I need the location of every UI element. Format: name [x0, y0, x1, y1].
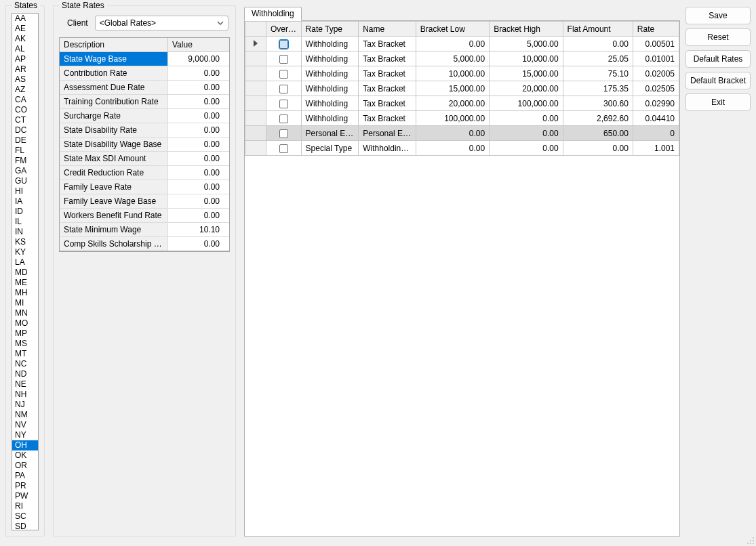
rates-cell-value[interactable]: 0.00	[168, 109, 224, 123]
withholding-row-header[interactable]	[245, 51, 266, 66]
withholding-row[interactable]: Special TypeWithholding ...0.000.000.001…	[245, 141, 679, 156]
withholding-cell-flat-amount[interactable]: 0.00	[563, 141, 633, 156]
state-item[interactable]: MD	[12, 268, 38, 278]
state-item[interactable]: FL	[12, 146, 38, 156]
state-item[interactable]: NV	[12, 420, 38, 430]
withholding-row[interactable]: WithholdingTax Bracket10,000.0015,000.00…	[245, 66, 679, 81]
state-item[interactable]: LA	[12, 257, 38, 268]
withholding-row[interactable]: WithholdingTax Bracket15,000.0020,000.00…	[245, 81, 679, 96]
state-item[interactable]: CO	[12, 105, 38, 115]
rates-cell-value[interactable]: 9,000.00	[168, 52, 224, 66]
withholding-cell-bracket-low[interactable]: 10,000.00	[416, 66, 489, 81]
withholding-row-header[interactable]	[245, 66, 266, 81]
state-item[interactable]: IN	[12, 227, 38, 237]
state-item[interactable]: OK	[12, 450, 38, 461]
state-item[interactable]: AP	[12, 54, 38, 64]
withholding-cell-bracket-low[interactable]: 0.00	[416, 37, 489, 51]
override-checkbox[interactable]	[279, 85, 288, 93]
withholding-header-bracket-low[interactable]: Bracket Low	[416, 22, 489, 37]
tab-withholding[interactable]: Withholding	[244, 7, 302, 21]
state-item[interactable]: KS	[12, 237, 38, 247]
withholding-cell-rate[interactable]: 0.01001	[633, 51, 679, 66]
withholding-cell-rate-type[interactable]: Special Type	[301, 141, 359, 156]
state-item[interactable]: PW	[12, 491, 38, 501]
withholding-cell-name[interactable]: Personal Exe...	[359, 126, 416, 141]
withholding-row-header[interactable]	[245, 81, 266, 96]
withholding-cell-name[interactable]: Tax Bracket	[359, 51, 416, 66]
withholding-cell-rate[interactable]: 1.001	[633, 141, 679, 156]
withholding-row[interactable]: WithholdingTax Bracket5,000.0010,000.002…	[245, 51, 679, 66]
state-item[interactable]: RI	[12, 501, 38, 511]
withholding-cell-bracket-high[interactable]: 0.00	[490, 126, 563, 141]
rates-cell-value[interactable]: 0.00	[168, 95, 224, 108]
override-checkbox[interactable]	[279, 144, 288, 153]
withholding-cell-rate-type[interactable]: Withholding	[301, 81, 359, 96]
withholding-cell-flat-amount[interactable]: 300.60	[563, 96, 633, 111]
rates-row[interactable]: State Wage Base9,000.00	[60, 52, 229, 66]
state-item[interactable]: GU	[12, 176, 38, 186]
state-item[interactable]: GA	[12, 166, 38, 176]
withholding-cell-rate[interactable]: 0.02990	[633, 96, 679, 111]
rates-grid[interactable]: Description Value State Wage Base9,000.0…	[59, 37, 230, 252]
withholding-row-header[interactable]	[245, 96, 266, 111]
rates-row[interactable]: State Disability Rate0.00	[60, 123, 229, 138]
state-item[interactable]: MO	[12, 318, 38, 329]
rates-cell-value[interactable]: 0.00	[168, 237, 224, 251]
withholding-row[interactable]: WithholdingTax Bracket20,000.00100,000.0…	[245, 96, 679, 111]
withholding-cell-bracket-low[interactable]: 5,000.00	[416, 51, 489, 66]
client-select[interactable]: <Global Rates>	[95, 16, 228, 30]
state-item[interactable]: AE	[12, 24, 38, 34]
rates-cell-value[interactable]: 0.00	[168, 166, 224, 180]
withholding-cell-bracket-high[interactable]: 10,000.00	[490, 51, 563, 66]
withholding-header-name[interactable]: Name	[359, 22, 416, 37]
state-item[interactable]: MP	[12, 329, 38, 339]
withholding-header-override[interactable]: Override	[266, 22, 301, 37]
rates-cell-value[interactable]: 0.00	[168, 152, 224, 165]
withholding-cell-rate-type[interactable]: Withholding	[301, 37, 359, 51]
withholding-cell-override[interactable]	[266, 81, 301, 96]
exit-button[interactable]: Exit	[685, 93, 751, 111]
withholding-cell-bracket-high[interactable]: 0.00	[490, 141, 563, 156]
rates-row[interactable]: Surcharge Rate0.00	[60, 109, 229, 123]
withholding-cell-override[interactable]	[266, 96, 301, 111]
state-item[interactable]: NH	[12, 390, 38, 400]
withholding-row-header[interactable]	[245, 141, 266, 156]
withholding-header-bracket-high[interactable]: Bracket High	[490, 22, 563, 37]
state-item[interactable]: SC	[12, 511, 38, 522]
withholding-cell-rate-type[interactable]: Withholding	[301, 66, 359, 81]
state-item[interactable]: KY	[12, 247, 38, 257]
withholding-cell-name[interactable]: Tax Bracket	[359, 96, 416, 111]
state-item[interactable]: NY	[12, 430, 38, 440]
withholding-cell-flat-amount[interactable]: 75.10	[563, 66, 633, 81]
withholding-cell-rate-type[interactable]: Withholding	[301, 111, 359, 126]
withholding-row[interactable]: WithholdingTax Bracket0.005,000.000.000.…	[245, 37, 679, 51]
withholding-row-header[interactable]	[245, 37, 266, 51]
state-item[interactable]: MS	[12, 339, 38, 349]
withholding-cell-bracket-low[interactable]: 20,000.00	[416, 96, 489, 111]
withholding-cell-bracket-low[interactable]: 15,000.00	[416, 81, 489, 96]
state-item[interactable]: AR	[12, 64, 38, 75]
withholding-cell-bracket-high[interactable]: 5,000.00	[490, 37, 563, 51]
state-item[interactable]: CA	[12, 95, 38, 105]
rates-row[interactable]: Credit Reduction Rate0.00	[60, 166, 229, 180]
withholding-cell-rate[interactable]: 0.00501	[633, 37, 679, 51]
state-item[interactable]: MI	[12, 298, 38, 308]
rates-row[interactable]: Training Contribution Rate0.00	[60, 95, 229, 109]
state-item[interactable]: NM	[12, 410, 38, 420]
rates-row[interactable]: Contribution Rate0.00	[60, 66, 229, 81]
state-item[interactable]: SD	[12, 522, 38, 530]
state-item[interactable]: CT	[12, 115, 38, 125]
withholding-grid[interactable]: Override Rate Type Name Bracket Low Brac…	[245, 21, 679, 156]
override-checkbox[interactable]	[279, 40, 288, 49]
withholding-cell-rate[interactable]: 0	[633, 126, 679, 141]
withholding-row[interactable]: Personal Exe...Personal Exe...0.000.0065…	[245, 126, 679, 141]
withholding-cell-bracket-high[interactable]: 100,000.00	[490, 96, 563, 111]
withholding-header-rate[interactable]: Rate	[633, 22, 679, 37]
state-item[interactable]: PR	[12, 481, 38, 491]
withholding-cell-override[interactable]	[266, 126, 301, 141]
default-rates-button[interactable]: Default Rates	[685, 50, 751, 68]
state-item[interactable]: NC	[12, 359, 38, 369]
withholding-header-flat-amount[interactable]: Flat Amount	[563, 22, 633, 37]
withholding-row-header[interactable]	[245, 111, 266, 126]
withholding-cell-name[interactable]: Tax Bracket	[359, 81, 416, 96]
